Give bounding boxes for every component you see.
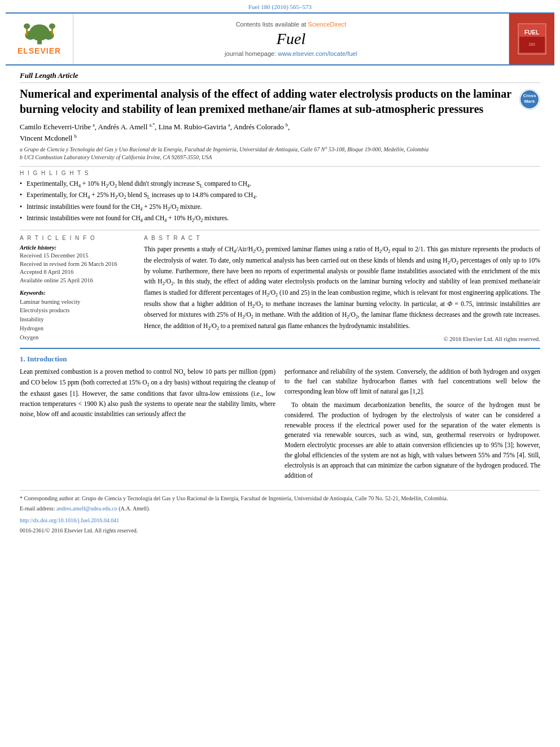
- elsevier-name: ELSEVIER: [18, 46, 61, 55]
- affiliations: a Grupo de Ciencia y Tecnología del Gas …: [20, 146, 540, 161]
- fuel-cover-image: FUEL 180: [517, 22, 548, 56]
- author-andres: Andrés A. Amell a,*: [98, 123, 155, 131]
- highlights-header: H I G H L I G H T S: [20, 170, 540, 176]
- keyword-3: Instability: [20, 315, 133, 324]
- section-title: 1. Introduction: [20, 355, 540, 364]
- body-columns: Lean premixed combustion is a proven met…: [20, 367, 540, 484]
- article-info-column: A R T I C L E I N F O Article history: R…: [20, 235, 133, 342]
- crossmark-badge[interactable]: Cross Mark: [519, 89, 540, 110]
- affiliation-a: a Grupo de Ciencia y Tecnología del Gas …: [20, 146, 428, 152]
- copyright-line: © 2016 Elsevier Ltd. All rights reserved…: [144, 336, 540, 342]
- email-label: E-mail address:: [20, 505, 56, 512]
- author-mcdonell: Vincent Mcdonell b: [20, 134, 77, 142]
- history-accepted: Accepted 8 April 2016: [20, 268, 133, 277]
- elsevier-logo: ELSEVIER: [6, 14, 73, 64]
- section-divider: [20, 348, 540, 349]
- affiliation-b: b UCI Combustion Laboratory University o…: [20, 154, 212, 160]
- doi-url[interactable]: http://dx.doi.org/10.1016/j.fuel.2016.04…: [20, 517, 119, 523]
- highlight-item: Experimentally, for CH4 + 25% H2/O2 blen…: [20, 190, 540, 200]
- journal-center: Contents lists available at ScienceDirec…: [73, 14, 509, 64]
- keywords-section: Keywords: Laminar burning velocity Elect…: [20, 290, 133, 342]
- doi-bar: Fuel 180 (2016) 565–573: [0, 0, 560, 12]
- keyword-5: Oxygen: [20, 333, 133, 342]
- crossmark-icon: Cross Mark: [519, 89, 540, 110]
- issn-line: 0016-2361/© 2016 Elsevier Ltd. All right…: [20, 526, 540, 535]
- abstract-header: A B S T R A C T: [144, 235, 540, 241]
- email-line: E-mail address: andres.amell@udea.edu.co…: [20, 504, 540, 513]
- journal-homepage-line: journal homepage: www.elsevier.com/locat…: [225, 50, 357, 57]
- info-abstract-section: A R T I C L E I N F O Article history: R…: [20, 230, 540, 342]
- article-info-header: A R T I C L E I N F O: [20, 235, 133, 241]
- email-address[interactable]: andres.amell@udea.edu.co: [56, 505, 117, 512]
- sciencedirect-prefix: Contents lists available at: [236, 21, 308, 28]
- page-wrapper: Fuel 180 (2016) 565–573 ELSEVIER Content…: [0, 0, 560, 747]
- intro-p1: Lean premixed combustion is a proven met…: [20, 367, 275, 420]
- doi-text: Fuel 180 (2016) 565–573: [248, 3, 312, 10]
- history-received: Received 15 December 2015: [20, 252, 133, 260]
- sciencedirect-line: Contents lists available at ScienceDirec…: [236, 21, 347, 28]
- article-history: Article history: Received 15 December 20…: [20, 244, 133, 285]
- keyword-2: Electrolysis products: [20, 306, 133, 315]
- elsevier-tree-icon: [17, 23, 62, 45]
- highlights-section: H I G H L I G H T S Experimentally, CH4 …: [20, 166, 540, 224]
- body-right-col: performance and reliability of the syste…: [285, 367, 540, 484]
- svg-point-7: [49, 24, 55, 29]
- footnote-area: * Corresponding author at: Grupo de Cien…: [20, 490, 540, 535]
- homepage-prefix: journal homepage:: [225, 50, 278, 57]
- svg-text:Mark: Mark: [524, 99, 535, 104]
- keyword-1: Laminar burning velocity: [20, 298, 133, 307]
- author-colorado: Andrés Colorado b: [234, 123, 288, 131]
- section-name: Introduction: [27, 355, 67, 363]
- author-lina: Lina M. Rubio-Gaviria a: [159, 123, 230, 131]
- intro-p3: To obtain the maximum decarbonization be…: [285, 400, 540, 481]
- highlight-item: Intrinsic instabilities were found for t…: [20, 202, 540, 212]
- author-camilo: Camilo Echeverri-Uribe a: [20, 123, 95, 131]
- corresponding-author-note: * Corresponding author at: Grupo de Cien…: [20, 494, 540, 503]
- main-content: Full Length Article Numerical and experi…: [0, 65, 560, 542]
- svg-text:FUEL: FUEL: [524, 29, 539, 36]
- journal-header: ELSEVIER Contents lists available at Sci…: [6, 12, 554, 65]
- highlight-item: Experimentally, CH4 + 10% H2/O2 blend di…: [20, 179, 540, 189]
- section-number: 1.: [20, 355, 27, 363]
- authors-line: Camilo Echeverri-Uribe a, Andrés A. Amel…: [20, 121, 540, 143]
- svg-point-5: [24, 24, 30, 29]
- body-left-col: Lean premixed combustion is a proven met…: [20, 367, 275, 484]
- abstract-column: A B S T R A C T This paper presents a st…: [144, 235, 540, 342]
- article-title: Numerical and experimental analysis of t…: [20, 86, 513, 117]
- fuel-cover-inner: FUEL 180: [511, 14, 552, 64]
- title-area: Numerical and experimental analysis of t…: [20, 86, 540, 117]
- abstract-text: This paper presents a study of CH4/Air/H…: [144, 244, 540, 333]
- journal-title: Fuel: [277, 30, 305, 48]
- fuel-cover: FUEL 180: [509, 14, 554, 64]
- introduction-section: 1. Introduction Lean premixed combustion…: [20, 355, 540, 484]
- sciencedirect-link[interactable]: ScienceDirect: [308, 21, 346, 28]
- keywords-label: Keywords:: [20, 290, 133, 296]
- history-label: Article history:: [20, 244, 133, 251]
- svg-text:Cross: Cross: [523, 93, 536, 98]
- highlights-list: Experimentally, CH4 + 10% H2/O2 blend di…: [20, 179, 540, 224]
- svg-text:180: 180: [528, 42, 535, 46]
- history-online: Available online 25 April 2016: [20, 277, 133, 285]
- homepage-url[interactable]: www.elsevier.com/locate/fuel: [278, 50, 357, 57]
- email-suffix: (A.A. Amell).: [117, 505, 150, 512]
- article-type: Full Length Article: [20, 71, 540, 83]
- highlight-item: Intrinsic instabilities were not found f…: [20, 213, 540, 224]
- doi-footer[interactable]: http://dx.doi.org/10.1016/j.fuel.2016.04…: [20, 516, 540, 525]
- history-revised: Received in revised form 26 March 2016: [20, 260, 133, 269]
- intro-p2: performance and reliability of the syste…: [285, 367, 540, 397]
- keyword-4: Hydrogen: [20, 324, 133, 333]
